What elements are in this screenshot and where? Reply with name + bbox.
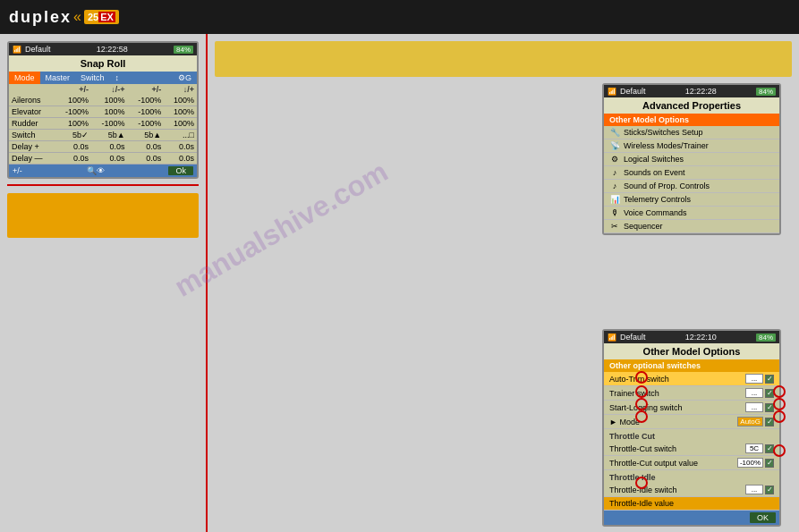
omo-trainer-value: ... ✓	[745, 388, 774, 398]
circle-indicator-1	[635, 371, 648, 384]
wireless-icon: 📡	[609, 141, 620, 150]
throttle-cut-output-value: -100% ✓	[737, 458, 774, 468]
adv-signal-icon: 📶	[608, 88, 616, 96]
ok-button[interactable]: Ok	[168, 166, 193, 175]
telemetry-icon: 📊	[609, 195, 620, 204]
tab-row[interactable]: Mode Master Switch ↕ ⚙G	[9, 72, 197, 84]
omo-auto-trim-value: ... ✓	[745, 374, 774, 384]
table-row: Ailerons100%100%-100%100%	[9, 95, 197, 106]
omo-mode-row[interactable]: ► Mode AutoG ✓	[604, 415, 779, 429]
sound-prop-label: Sound of Prop. Controls	[624, 182, 710, 190]
tab-g[interactable]: ⚙G	[173, 72, 197, 84]
circle-indicator-right-1	[773, 385, 786, 398]
throttle-cut-output-checkbox[interactable]: ✓	[765, 459, 774, 468]
telemetry-label: Telemetry Controls	[624, 195, 691, 204]
circle-indicator-left-bottom	[635, 477, 648, 489]
omo-section-optional: Other optional switches	[604, 359, 779, 372]
sounds-event-icon: ♪	[609, 168, 620, 177]
adv-menu-item-voice[interactable]: 🎙 Voice Commands	[604, 207, 779, 220]
tab-arrow[interactable]: ↕	[110, 72, 125, 84]
adv-section-header: Other Model Options	[604, 114, 779, 126]
omo-throttle-idle-value-row[interactable]: Throttle-Idle value	[604, 497, 779, 511]
sequencer-label: Sequencer	[624, 222, 663, 231]
snap-roll-screen: 📶 Default 12:22:58 84% Snap Roll Mode Ma…	[7, 41, 199, 179]
wireless-label: Wireless Modes/Trainer	[624, 141, 709, 150]
omo-screen-header: 📶 Default 12:22:10 84%	[604, 331, 779, 343]
omo-trainer-row[interactable]: Trainer switch ... ✓	[604, 386, 779, 401]
omo-battery: 84%	[756, 334, 776, 342]
throttle-idle-value-label: Throttle-Idle value	[609, 499, 674, 508]
screen-time: 12:22:58	[97, 45, 128, 54]
tab-switch[interactable]: Switch	[75, 72, 110, 84]
circle-indicator-4	[635, 410, 648, 423]
throttle-idle-switch-value: ... ✓	[745, 485, 774, 494]
omo-ok-button[interactable]: OK	[750, 512, 776, 523]
throttle-idle-checkbox[interactable]: ✓	[765, 486, 774, 494]
voice-label: Voice Commands	[624, 208, 687, 217]
adv-menu-item-sounds-event[interactable]: ♪ Sounds on Event	[604, 166, 779, 180]
snap-roll-screen-header: 📶 Default 12:22:58 84%	[9, 43, 197, 55]
circle-indicator-right-3	[773, 410, 786, 423]
adv-battery: 84%	[756, 88, 776, 96]
adv-title: Advanced Properties	[604, 97, 779, 114]
footer-icons: 🔍👁	[87, 166, 105, 175]
omo-profile: Default	[620, 333, 646, 342]
adv-menu-item-logical[interactable]: ⚙ Logical Switches	[604, 153, 779, 166]
adv-time: 12:22:28	[685, 87, 717, 96]
circle-indicator-3	[635, 398, 648, 410]
throttle-cut-switch-value: 5C ✓	[745, 443, 774, 453]
table-row: Rudder100%-100%-100%100%	[9, 118, 197, 130]
snap-roll-title: Snap Roll	[9, 55, 197, 72]
table-row: Delay +0.0s0.0s0.0s0.0s	[9, 141, 197, 153]
omo-throttle-idle-switch-row[interactable]: Throttle-Idle switch ... ✓	[604, 483, 779, 497]
omo-throttle-cut-switch-row[interactable]: Throttle-Cut switch 5C ✓	[604, 442, 779, 456]
snap-roll-footer: +/- 🔍👁 Ok	[9, 165, 197, 177]
voice-icon: 🎙	[609, 208, 620, 217]
signal-icon: 📶	[13, 46, 21, 54]
table-row: Elevator-100%100%-100%100%	[9, 106, 197, 118]
tab-mode[interactable]: Mode	[9, 72, 40, 84]
omo-trainer-label: Trainer switch	[609, 389, 659, 398]
tab-master[interactable]: Master	[40, 72, 76, 84]
omo-signal-icon: 📶	[608, 334, 616, 342]
adv-menu-item-sound-prop[interactable]: ♪ Sound of Prop. Controls	[604, 180, 779, 193]
omo-section-throttle-cut: Throttle Cut	[604, 429, 779, 442]
header: duplex « 25EX	[0, 0, 799, 34]
omo-mode-value: AutoG ✓	[737, 417, 774, 426]
sticks-icon: 🔧	[609, 128, 620, 137]
logo-chevrons: «	[73, 9, 81, 25]
omo-time: 12:22:10	[685, 333, 717, 342]
circle-indicator-right-2	[773, 398, 786, 410]
throttle-cut-output-label: Throttle-Cut output value	[609, 459, 698, 468]
omo-logging-row[interactable]: Start-Logging switch ... ✓	[604, 401, 779, 415]
sound-prop-icon: ♪	[609, 182, 620, 190]
circle-indicator-right-4	[773, 444, 786, 457]
sounds-event-label: Sounds on Event	[624, 168, 685, 177]
adv-menu-item-telemetry[interactable]: 📊 Telemetry Controls	[604, 193, 779, 207]
logical-label: Logical Switches	[624, 155, 684, 164]
omo-logging-value: ... ✓	[745, 402, 774, 412]
table-row: Switch5b✓5b▲5b▲...□	[9, 130, 197, 141]
adv-profile: Default	[620, 87, 646, 96]
adv-menu-item-sequencer[interactable]: ✂ Sequencer	[604, 220, 779, 233]
omo-footer: OK	[604, 511, 779, 525]
throttle-cut-switch-label: Throttle-Cut switch	[609, 444, 676, 453]
adv-menu-item-sticks[interactable]: 🔧 Sticks/Switches Setup	[604, 126, 779, 139]
orange-header-box	[215, 41, 792, 77]
circle-indicator-2	[635, 385, 648, 398]
omo-screen: 📶 Default 12:22:10 84% Other Model Optio…	[602, 329, 781, 527]
adv-menu-item-wireless[interactable]: 📡 Wireless Modes/Trainer	[604, 139, 779, 153]
profile-name: Default	[25, 45, 51, 54]
orange-box	[7, 193, 199, 238]
omo-auto-trim-row[interactable]: Auto-Trim switch ... ✓	[604, 372, 779, 386]
adv-properties-screen: 📶 Default 12:22:28 84% Advanced Properti…	[602, 83, 781, 235]
auto-trim-checkbox[interactable]: ✓	[765, 375, 774, 384]
adv-screen-header: 📶 Default 12:22:28 84%	[604, 85, 779, 97]
footer-plus-minus[interactable]: +/-	[13, 166, 22, 175]
sequencer-icon: ✂	[609, 222, 620, 231]
logical-icon: ⚙	[609, 155, 620, 164]
omo-throttle-cut-output-row[interactable]: Throttle-Cut output value -100% ✓	[604, 456, 779, 470]
logo-25ex: 25EX	[84, 10, 119, 24]
left-panel: 📶 Default 12:22:58 84% Snap Roll Mode Ma…	[0, 34, 206, 532]
snap-roll-table: +/- ↓/-+ +/- ↓/+ Ailerons100%100%-100%10…	[9, 84, 197, 165]
